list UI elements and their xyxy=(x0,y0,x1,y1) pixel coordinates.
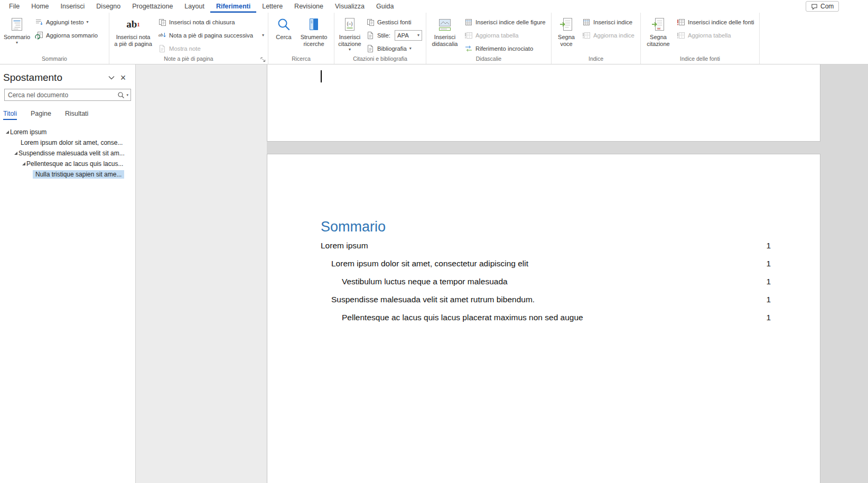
inserisci-didascalia-button[interactable]: Inserisci didascalia xyxy=(428,14,462,55)
segna-voce-button[interactable]: Segna voce xyxy=(553,14,580,55)
toc-entry-page: 1 xyxy=(755,241,771,250)
document-area[interactable]: Sommario Lorem ipsum 1 Lorem ipsum dolor… xyxy=(136,64,868,483)
menu-tab-revisione[interactable]: Revisione xyxy=(288,0,329,13)
chevron-down-icon: ▾ xyxy=(87,20,89,24)
style-select-value: APA xyxy=(397,32,409,39)
chevron-down-icon: ▾ xyxy=(417,33,419,38)
close-icon[interactable]: × xyxy=(117,73,129,82)
toc-entry[interactable]: Suspendisse malesuada velit sit amet rut… xyxy=(321,291,771,309)
menu-tab-lettere[interactable]: Lettere xyxy=(256,0,288,13)
menu-tab-disegno[interactable]: Disegno xyxy=(90,0,126,13)
cerca-button[interactable]: Cerca xyxy=(270,14,297,55)
tree-item[interactable]: Lorem ipsum xyxy=(0,127,135,137)
nav-tab-pagine[interactable]: Pagine xyxy=(31,110,51,120)
mark-citation-icon xyxy=(651,16,666,33)
inserisci-indice-fonti-button[interactable]: Inserisci indice delle fonti xyxy=(674,15,757,29)
search-options-chevron-icon[interactable]: ▾ xyxy=(126,93,130,97)
inserisci-indice-label: Inserisci indice xyxy=(593,19,632,25)
bibliografia-button[interactable]: Bibliografia ▾ xyxy=(363,42,425,55)
group-label-sommario: Sommario xyxy=(0,55,109,64)
inserisci-citazione-button[interactable]: (–) Inserisci citazione ▾ xyxy=(336,14,363,55)
aggiorna-indice-button: Aggiorna indice xyxy=(580,29,637,42)
riferimento-incrociato-label: Riferimento incrociato xyxy=(475,45,533,52)
toc-entry[interactable]: Lorem ipsum dolor sit amet, consectetur … xyxy=(321,255,771,273)
didascalie-small-buttons: Inserisci indice delle figure Aggiorna t… xyxy=(462,14,548,55)
group-label-ricerca: Ricerca xyxy=(268,55,334,64)
group-label-didascalie: Didascalie xyxy=(426,55,551,64)
toc-entry[interactable]: Vestibulum luctus neque a tempor malesua… xyxy=(321,273,771,291)
inserisci-indice-fonti-label: Inserisci indice delle fonti xyxy=(688,19,754,25)
expand-triangle-icon[interactable] xyxy=(13,151,18,155)
nav-tab-risultati[interactable]: Risultati xyxy=(65,110,88,120)
menu-tab-riferimenti[interactable]: Riferimenti xyxy=(210,0,256,13)
manage-sources-icon xyxy=(366,18,375,26)
tree-item[interactable]: Lorem ipsum dolor sit amet, conse... xyxy=(0,137,135,148)
inserisci-didascalia-label-2: didascalia xyxy=(432,41,458,48)
caption-icon xyxy=(437,16,452,33)
inserisci-indice-button[interactable]: Inserisci indice xyxy=(580,15,637,29)
expand-triangle-icon[interactable] xyxy=(21,162,26,166)
aggiorna-sommario-button[interactable]: Aggiorna sommario xyxy=(32,29,100,42)
menu-tab-file[interactable]: File xyxy=(3,0,25,13)
tree-item-selected[interactable]: Nulla tristique sapien sit ame... xyxy=(0,169,135,180)
aggiorna-tabella-fonti-label: Aggiorna tabella xyxy=(688,32,731,39)
dialog-launcher-icon[interactable] xyxy=(260,57,266,63)
aggiungi-testo-button[interactable]: Aggiungi testo ▾ xyxy=(32,15,100,29)
strumento-ricerche-button[interactable]: Strumento ricerche xyxy=(297,14,330,55)
toc-entry-page: 1 xyxy=(755,313,771,322)
aggiungi-testo-label: Aggiungi testo xyxy=(46,19,84,25)
group-body: (–) Inserisci citazione ▾ Gestisci fonti xyxy=(334,13,426,55)
toc-entry[interactable]: Pellentesque ac lacus quis lacus placera… xyxy=(321,309,771,327)
menu-tab-guida[interactable]: Guida xyxy=(370,0,399,13)
style-select[interactable]: APA ▾ xyxy=(395,30,422,41)
segna-citazione-button[interactable]: Segna citazione xyxy=(642,14,674,55)
inserisci-didascalia-label-1: Inserisci xyxy=(434,34,455,41)
inserisci-nota-chiusura-button[interactable]: Inserisci nota di chiusura xyxy=(155,15,267,29)
menu-tab-visualizza[interactable]: Visualizza xyxy=(329,0,370,13)
inserisci-indice-figure-button[interactable]: Inserisci indice delle figure xyxy=(462,15,548,29)
tree-item-label: Lorem ipsum xyxy=(10,128,46,136)
document-page-1[interactable] xyxy=(267,64,820,142)
inserisci-nota-label-1: Inserisci nota xyxy=(116,34,151,41)
nota-successiva-button[interactable]: Nota a piè di pagina successiva ▾ xyxy=(155,29,267,42)
note-small-buttons: Inserisci nota di chiusura Nota a piè di… xyxy=(155,14,267,55)
strumento-label-2: ricerche xyxy=(303,41,324,48)
tree-item[interactable]: Pellentesque ac lacus quis lacus... xyxy=(0,159,135,169)
bibliography-icon xyxy=(366,44,375,53)
segna-citazione-label-2: citazione xyxy=(647,41,669,48)
tree-item[interactable]: Suspendisse malesuada velit sit am... xyxy=(0,148,135,159)
toc-entry-text: Vestibulum luctus neque a tempor malesua… xyxy=(321,277,755,286)
update-table-icon xyxy=(464,31,473,40)
expand-triangle-icon[interactable] xyxy=(4,130,10,134)
svg-text:(–): (–) xyxy=(347,21,352,26)
chevron-down-icon[interactable] xyxy=(106,76,117,80)
toc-entry-page: 1 xyxy=(755,259,771,268)
nav-tab-titoli[interactable]: Titoli xyxy=(3,110,17,120)
toc-entry-page: 1 xyxy=(755,295,771,304)
mostra-note-button: Mostra note xyxy=(155,42,267,55)
toc-entry[interactable]: Lorem ipsum 1 xyxy=(321,237,771,255)
comment-icon xyxy=(811,3,818,10)
nota-chiusura-label: Inserisci nota di chiusura xyxy=(169,19,235,25)
chevron-down-icon: ▾ xyxy=(16,41,18,45)
group-label-note: Note a piè di pagina xyxy=(109,55,268,64)
menu-tab-inserisci[interactable]: Inserisci xyxy=(55,0,91,13)
riferimento-incrociato-button[interactable]: Riferimento incrociato xyxy=(462,42,548,55)
comments-button[interactable]: Com xyxy=(806,1,839,12)
document-page-2[interactable]: Sommario Lorem ipsum 1 Lorem ipsum dolor… xyxy=(267,154,820,483)
indice-fonti-small-buttons: Inserisci indice delle fonti Aggiorna ta… xyxy=(674,14,757,42)
aggiorna-sommario-label: Aggiorna sommario xyxy=(46,32,98,39)
strumento-label-1: Strumento xyxy=(301,34,328,41)
inserisci-nota-button[interactable]: ab1 Inserisci nota a piè di pagina xyxy=(111,14,155,55)
navigation-pane-header: Spostamento × xyxy=(0,64,135,83)
search-input[interactable] xyxy=(5,91,115,99)
gestisci-fonti-label: Gestisci fonti xyxy=(377,19,412,25)
ribbon-empty-space xyxy=(760,13,868,64)
sommario-button[interactable]: Sommario ▾ xyxy=(2,14,32,55)
group-body: Inserisci didascalia Inserisci indice de… xyxy=(426,13,551,55)
search-icon[interactable] xyxy=(115,91,126,99)
menu-tab-layout[interactable]: Layout xyxy=(179,0,210,13)
gestisci-fonti-button[interactable]: Gestisci fonti xyxy=(363,15,425,29)
menu-tab-home[interactable]: Home xyxy=(25,0,54,13)
menu-tab-progettazione[interactable]: Progettazione xyxy=(126,0,179,13)
